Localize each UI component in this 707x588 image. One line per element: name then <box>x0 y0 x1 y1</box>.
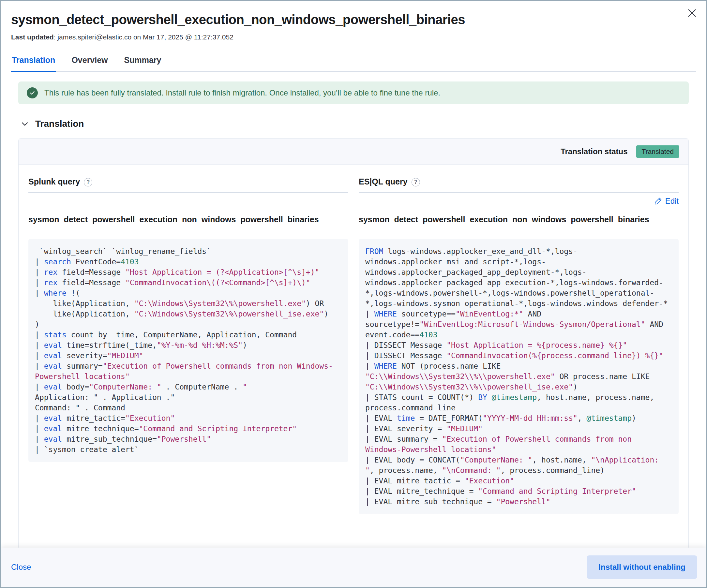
callout-message: This rule has been fully translated. Ins… <box>44 88 440 98</box>
esql-code-block: FROM logs-windows.applocker_exe_and_dll-… <box>359 239 679 514</box>
splunk-rule-name: sysmon_detect_powershell_execution_non_w… <box>28 213 348 226</box>
flyout-header: sysmon_detect_powershell_execution_non_w… <box>1 1 706 41</box>
rule-migration-flyout: sysmon_detect_powershell_execution_non_w… <box>0 0 707 588</box>
last-updated: Last updated: james.spiteri@elastic.co o… <box>11 33 671 41</box>
column-divider <box>359 192 679 193</box>
translation-accordion-toggle[interactable]: Translation <box>20 118 689 129</box>
last-updated-value: : james.spiteri@elastic.co on Mar 17, 20… <box>54 33 234 41</box>
esql-query-title: ES|QL query <box>359 177 408 186</box>
splunk-query-title: Splunk query <box>28 177 80 186</box>
chevron-down-icon <box>20 119 29 129</box>
close-button[interactable]: Close <box>11 562 31 572</box>
column-divider <box>28 192 348 193</box>
check-icon <box>27 88 38 98</box>
install-without-enabling-button[interactable]: Install without enabling <box>587 555 697 579</box>
panel-header: Translation status Translated <box>19 139 688 165</box>
flyout-footer: Close Install without enabling <box>1 548 706 587</box>
help-icon[interactable]: ? <box>411 178 420 186</box>
last-updated-label: Last updated <box>11 33 54 41</box>
tab-bar: Translation Overview Summary <box>11 56 696 72</box>
tab-translation[interactable]: Translation <box>11 56 56 72</box>
splunk-query-header: Splunk query ? <box>28 177 348 186</box>
help-icon[interactable]: ? <box>84 178 92 186</box>
translation-status-label: Translation status <box>561 147 628 156</box>
translation-status-badge: Translated <box>636 145 679 158</box>
page-title: sysmon_detect_powershell_execution_non_w… <box>11 12 671 27</box>
edit-button[interactable]: Edit <box>654 197 679 206</box>
query-columns: Splunk query ? sysmon_detect_powershell_… <box>19 165 688 514</box>
esql-rule-name: sysmon_detect_powershell_execution_non_w… <box>359 213 679 226</box>
close-icon[interactable] <box>686 7 698 19</box>
tab-summary[interactable]: Summary <box>124 56 162 71</box>
edit-label: Edit <box>665 197 679 206</box>
pencil-icon <box>654 197 662 205</box>
accordion-title: Translation <box>35 118 84 129</box>
esql-column: ES|QL query ? Edit sysmon_detect_powersh… <box>359 165 679 514</box>
tab-overview[interactable]: Overview <box>71 56 108 71</box>
success-callout: This rule has been fully translated. Ins… <box>18 81 689 104</box>
splunk-column: Splunk query ? sysmon_detect_powershell_… <box>28 165 348 514</box>
splunk-code-block: `winlog_search` `winlog_rename_fields`| … <box>28 239 348 462</box>
translation-panel: Translation status Translated Splunk que… <box>18 138 689 562</box>
esql-query-header: ES|QL query ? <box>359 177 679 186</box>
